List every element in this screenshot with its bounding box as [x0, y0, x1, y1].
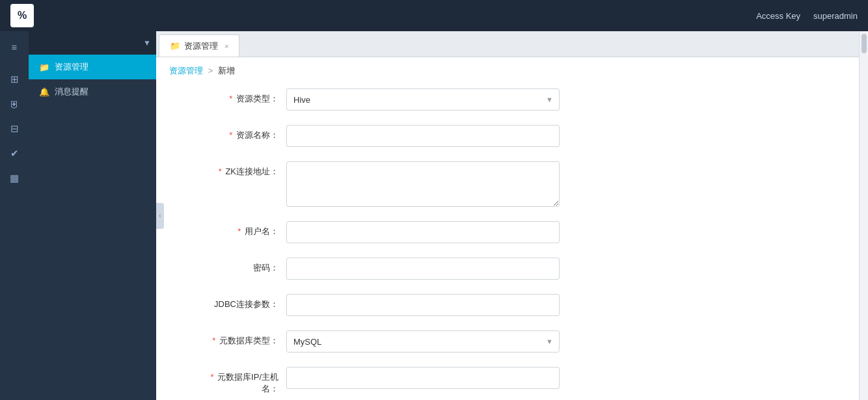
breadcrumb-link[interactable]: 资源管理 — [169, 66, 203, 75]
bell-icon: 🔔 — [39, 87, 49, 97]
jdbc-params-label: JDBC连接参数： — [195, 294, 286, 310]
tab-bar: 📁 资源管理 × — [156, 31, 859, 57]
sidebar-item-notification-label: 消息提醒 — [55, 86, 88, 98]
resource-name-label: * 资源名称： — [195, 125, 286, 141]
username-input[interactable] — [286, 221, 560, 243]
sidebar-header: ▼ — [29, 31, 156, 55]
zk-address-textarea[interactable] — [286, 161, 560, 207]
user-menu[interactable]: superadmin — [813, 11, 858, 21]
menu-icon[interactable]: ≡ — [4, 36, 25, 57]
form-row-meta-db-ip: * 元数据库IP/主机名： — [195, 367, 820, 395]
breadcrumb: 资源管理 > 新增 — [156, 57, 859, 82]
right-scrollbar — [859, 31, 868, 400]
meta-db-ip-label: * 元数据库IP/主机名： — [195, 367, 286, 395]
form-container: 资源管理 > 新增 * 资源类型： Hive MySQL PostgreSQ — [156, 57, 859, 400]
form-row-resource-name: * 资源名称： — [195, 125, 820, 147]
form-row-zk-address: * ZK连接地址： — [195, 161, 820, 207]
breadcrumb-separator: > — [208, 66, 213, 75]
main-layout: ≡ ⊞ ⛨ ⊟ ✔ ▦ ▼ 📁 资源管理 🔔 消息提醒 ‹ 📁 资源管理 × — [0, 31, 868, 400]
resource-type-select-wrapper: Hive MySQL PostgreSQL HDFS HBase Kafka ▼ — [286, 88, 560, 111]
sidebar-resize-handle[interactable]: ‹ — [156, 203, 164, 229]
task-icon[interactable]: ✔ — [4, 143, 25, 164]
password-input[interactable] — [286, 258, 560, 280]
form-row-jdbc-params: JDBC连接参数： — [195, 294, 820, 316]
resource-type-label: * 资源类型： — [195, 88, 286, 105]
meta-db-type-select-wrapper: MySQL PostgreSQL Oracle ▼ — [286, 330, 560, 353]
tab-folder-icon: 📁 — [170, 41, 180, 51]
folder-icon: 📁 — [39, 62, 49, 72]
meta-db-type-select[interactable]: MySQL PostgreSQL Oracle — [286, 330, 560, 353]
resource-name-input[interactable] — [286, 125, 560, 147]
tab-label: 资源管理 — [184, 40, 218, 52]
sidebar-item-notification[interactable]: 🔔 消息提醒 — [29, 79, 156, 104]
form-row-username: * 用户名： — [195, 221, 820, 243]
jdbc-params-input[interactable] — [286, 294, 560, 316]
meta-db-type-label: * 元数据库类型： — [195, 330, 286, 347]
shield-icon[interactable]: ⛨ — [4, 94, 25, 114]
content-area: 📁 资源管理 × 资源管理 > 新增 * 资源类型： — [156, 31, 859, 400]
form-row-meta-db-type: * 元数据库类型： MySQL PostgreSQL Oracle ▼ — [195, 330, 820, 353]
password-label: 密码： — [195, 258, 286, 274]
tab-close-button[interactable]: × — [224, 42, 228, 50]
access-key-link[interactable]: Access Key — [756, 11, 800, 21]
dashboard-icon[interactable]: ⊞ — [4, 69, 25, 90]
form-row-password: 密码： — [195, 258, 820, 280]
tab-resource-mgmt[interactable]: 📁 资源管理 × — [159, 34, 239, 57]
topbar-right: Access Key superadmin — [756, 11, 858, 21]
scrollbar-thumb[interactable] — [861, 34, 867, 53]
sidebar-item-resource-label: 资源管理 — [55, 61, 88, 73]
form-body: * 资源类型： Hive MySQL PostgreSQL HDFS HBase… — [156, 82, 859, 400]
sidebar: ▼ 📁 资源管理 🔔 消息提醒 ‹ — [29, 31, 156, 400]
breadcrumb-current: 新增 — [218, 66, 235, 75]
left-icon-bar: ≡ ⊞ ⛨ ⊟ ✔ ▦ — [0, 31, 29, 400]
app-logo: % — [10, 4, 34, 27]
resource-type-select[interactable]: Hive MySQL PostgreSQL HDFS HBase Kafka — [286, 88, 560, 111]
table-icon[interactable]: ⊟ — [4, 118, 25, 139]
sidebar-collapse-arrow[interactable]: ▼ — [143, 38, 151, 47]
form-row-resource-type: * 资源类型： Hive MySQL PostgreSQL HDFS HBase… — [195, 88, 820, 111]
username-label: * 用户名： — [195, 221, 286, 237]
zk-address-label: * ZK连接地址： — [195, 161, 286, 178]
chart-icon[interactable]: ▦ — [4, 168, 25, 189]
meta-db-ip-input[interactable] — [286, 367, 560, 389]
sidebar-item-resource-mgmt[interactable]: 📁 资源管理 — [29, 55, 156, 79]
topbar: % Access Key superadmin — [0, 0, 868, 31]
